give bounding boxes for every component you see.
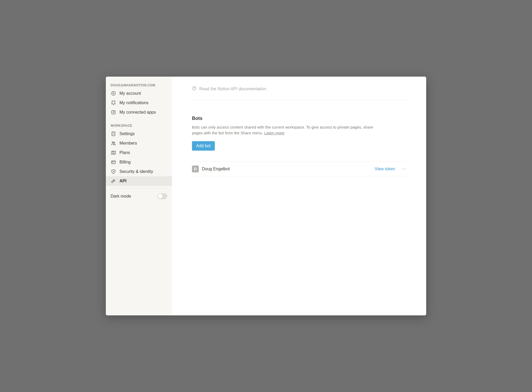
svg-point-11	[405, 168, 406, 169]
svg-point-5	[114, 142, 115, 143]
sidebar-item-connected-apps[interactable]: My connected apps	[106, 108, 172, 117]
people-icon	[111, 140, 116, 146]
main-content: Read the Notion API documentation. Bots …	[172, 77, 426, 315]
sidebar-item-settings[interactable]: Settings	[106, 129, 172, 139]
sidebar-item-my-account[interactable]: D My account	[106, 89, 172, 98]
learn-more-link[interactable]: Learn more	[264, 131, 284, 135]
hammer-icon	[111, 178, 116, 184]
bot-name: Doug Engelbot	[202, 167, 375, 171]
settings-modal: DOUG@MAKENOTION.COM D My account My noti…	[106, 77, 426, 315]
bot-avatar: D	[192, 166, 199, 172]
api-documentation-link[interactable]: Read the Notion API documentation.	[192, 86, 406, 100]
map-icon	[111, 150, 116, 156]
sidebar-item-label: Plans	[119, 150, 130, 155]
sidebar-item-label: API	[119, 179, 127, 183]
sidebar-item-plans[interactable]: Plans	[106, 148, 172, 157]
dark-mode-label: Dark mode	[111, 194, 131, 199]
bots-section-title: Bots	[192, 116, 406, 121]
bot-row: D Doug Engelbot View token	[192, 162, 406, 176]
dark-mode-row: Dark mode	[106, 191, 172, 201]
sidebar-item-label: Billing	[119, 160, 131, 165]
building-icon	[111, 131, 116, 137]
svg-text:D: D	[113, 92, 114, 95]
more-options-button[interactable]	[401, 167, 406, 171]
view-token-link[interactable]: View token	[375, 167, 395, 171]
doc-link-text: Read the Notion API documentation.	[199, 87, 267, 91]
sidebar-item-label: My connected apps	[119, 110, 156, 115]
svg-point-9	[402, 168, 403, 169]
svg-point-4	[112, 142, 113, 143]
sidebar-workspace-header: WORKSPACE	[106, 122, 172, 129]
sidebar-item-label: My notifications	[119, 100, 148, 105]
user-circle-icon: D	[111, 91, 116, 96]
svg-rect-6	[112, 161, 116, 164]
help-circle-icon	[192, 86, 197, 92]
bell-icon	[111, 100, 116, 106]
svg-point-10	[404, 168, 404, 169]
shield-icon	[111, 169, 116, 174]
bots-section-desc: Bots can only access content shared with…	[192, 124, 381, 136]
sidebar-item-label: Members	[119, 141, 137, 146]
svg-rect-3	[112, 132, 115, 136]
sidebar-item-label: Security & identity	[119, 169, 153, 174]
sidebar-item-label: Settings	[119, 131, 135, 136]
svg-point-8	[194, 89, 194, 89]
dark-mode-toggle[interactable]	[157, 193, 167, 199]
sidebar-item-label: My account	[119, 91, 141, 96]
sidebar-divider	[111, 188, 167, 189]
sidebar-item-members[interactable]: Members	[106, 139, 172, 148]
credit-card-icon	[111, 159, 116, 165]
sidebar-item-api[interactable]: API	[106, 176, 172, 186]
sidebar-item-billing[interactable]: Billing	[106, 157, 172, 167]
sidebar-account-header: DOUG@MAKENOTION.COM	[106, 81, 172, 89]
add-bot-button[interactable]: Add bot	[192, 141, 215, 151]
external-link-icon	[111, 109, 116, 115]
sidebar-item-security[interactable]: Security & identity	[106, 167, 172, 176]
sidebar: DOUG@MAKENOTION.COM D My account My noti…	[106, 77, 172, 315]
sidebar-item-my-notifications[interactable]: My notifications	[106, 98, 172, 108]
